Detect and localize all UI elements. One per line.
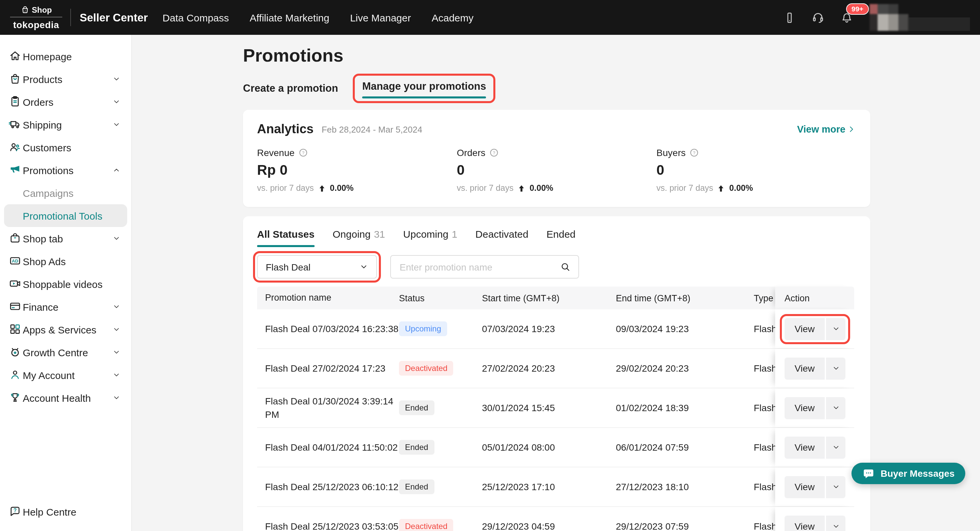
sidebar-item-promotions[interactable]: Promotions: [4, 159, 127, 182]
view-button[interactable]: View: [784, 436, 825, 458]
metric-revenue-value: Rp 0: [257, 162, 457, 178]
tab-manage-promotions[interactable]: Manage your promotions: [362, 80, 486, 92]
sidebar-item-shoppable-videos[interactable]: Shoppable videos: [4, 273, 127, 295]
sidebar-item-growth-centre[interactable]: Growth Centre: [4, 341, 127, 364]
tab-create-promotion[interactable]: Create a promotion: [243, 82, 338, 94]
sidebar-item-products[interactable]: Products: [4, 68, 127, 90]
chevron-right-icon: [847, 124, 856, 134]
chevron-down-icon: [113, 325, 121, 333]
sidebar-item-homepage[interactable]: Homepage: [4, 45, 127, 68]
buyer-messages-button[interactable]: Buyer Messages: [852, 463, 965, 484]
promotions-panel: All Statuses Ongoing31 Upcoming1 Deactiv…: [243, 216, 870, 531]
chevron-down-icon: [360, 263, 368, 271]
status-tab-upcoming[interactable]: Upcoming1: [403, 228, 458, 247]
row-actions-caret-button[interactable]: [826, 436, 845, 458]
chevron-down-icon: [832, 325, 840, 333]
sidebar-item-promotional-tools[interactable]: Promotional Tools: [4, 204, 127, 227]
nav-live-manager[interactable]: Live Manager: [350, 12, 411, 23]
chevron-down-icon: [832, 443, 840, 451]
view-button[interactable]: View: [784, 515, 825, 531]
question-circle-icon[interactable]: ?: [489, 148, 499, 157]
view-button[interactable]: View: [784, 357, 825, 380]
metric-buyers-value: 0: [656, 162, 856, 178]
person-icon: [9, 368, 21, 381]
status-tab-ended[interactable]: Ended: [547, 228, 576, 247]
status-tab-ongoing[interactable]: Ongoing31: [333, 228, 385, 247]
avatar[interactable]: [870, 4, 908, 31]
sidebar-item-finance[interactable]: Finance: [4, 295, 127, 318]
sidebar-item-shipping[interactable]: Shipping: [4, 113, 127, 136]
status-tab-all[interactable]: All Statuses: [257, 228, 315, 247]
chevron-down-icon: [113, 234, 121, 242]
chevron-down-icon: [113, 303, 121, 311]
chevron-down-icon: [113, 348, 121, 356]
headset-icon[interactable]: [811, 11, 825, 24]
view-button[interactable]: View: [784, 397, 825, 419]
status-badge: Ended: [399, 440, 434, 454]
table-row: Flash Deal 07/03/2024 16:23:38 Upcoming …: [257, 309, 854, 349]
row-actions-caret-button[interactable]: [826, 318, 845, 340]
sidebar-item-orders[interactable]: Orders: [4, 90, 127, 113]
row-actions-caret-button[interactable]: [826, 357, 845, 380]
promotions-table: Promotion name Status Start time (GMT+8)…: [257, 287, 854, 531]
metric-orders: Orders ? 0 vs. prior 7 days 0.00%: [457, 147, 657, 193]
mobile-icon[interactable]: [783, 11, 796, 24]
bag-icon: [9, 72, 21, 85]
table-header: Promotion name Status Start time (GMT+8)…: [257, 287, 854, 309]
status-badge: Deactivated: [399, 519, 453, 531]
logo-divider: [10, 16, 62, 17]
status-badge: Deactivated: [399, 361, 453, 376]
chevron-down-icon: [832, 404, 840, 412]
svg-text:?: ?: [693, 150, 695, 155]
promotion-type-dropdown[interactable]: Flash Deal: [257, 255, 377, 279]
search-input[interactable]: [398, 261, 560, 273]
chevron-down-icon: [113, 121, 121, 129]
sidebar-item-apps-services[interactable]: Apps & Services: [4, 318, 127, 341]
shop-bag-logo-icon: ♪: [21, 5, 29, 14]
grid-icon: [9, 323, 21, 335]
people-icon: [9, 140, 21, 153]
metric-orders-value: 0: [457, 162, 657, 178]
status-badge: Ended: [399, 480, 434, 494]
nav-academy[interactable]: Academy: [432, 12, 474, 23]
chevron-down-icon: [113, 98, 121, 106]
view-more-link[interactable]: View more: [797, 124, 856, 135]
chevron-down-icon: [113, 394, 121, 402]
shop-tokopedia-logo[interactable]: ♪ Shop tokopedia: [8, 5, 64, 30]
question-circle-icon[interactable]: ?: [689, 148, 699, 157]
home-icon: [9, 49, 21, 62]
row-actions-caret-button[interactable]: [826, 515, 845, 531]
status-tabs: All Statuses Ongoing31 Upcoming1 Deactiv…: [257, 228, 856, 247]
arrow-up-icon: [718, 185, 725, 192]
filter-row: Flash Deal: [257, 255, 856, 279]
sidebar-item-account-health[interactable]: Account Health: [4, 386, 127, 409]
svg-text:?: ?: [302, 150, 305, 155]
sidebar-item-campaigns[interactable]: Campaigns: [4, 182, 127, 204]
view-button[interactable]: View: [784, 476, 825, 498]
nav-data-compass[interactable]: Data Compass: [163, 12, 229, 23]
question-circle-icon[interactable]: ?: [299, 148, 308, 157]
ad-icon: AD: [9, 254, 21, 267]
search-icon[interactable]: [560, 261, 571, 273]
view-button[interactable]: View: [784, 318, 825, 340]
table-row: Flash Deal 25/12/2023 06:10:12 Ended 25/…: [257, 467, 854, 507]
seller-center-app: ♪ Shop tokopedia Seller Center Data Comp…: [0, 0, 980, 531]
row-actions-caret-button[interactable]: [826, 476, 845, 498]
notifications[interactable]: 99+: [840, 11, 853, 24]
shop-bag-icon: [9, 232, 21, 244]
sidebar-item-my-account[interactable]: My Account: [4, 364, 127, 386]
video-icon: [9, 277, 21, 290]
sidebar-item-shop-tab[interactable]: Shop tab: [4, 227, 127, 250]
help-bubble-icon: ?: [9, 505, 21, 518]
sidebar-item-help-centre[interactable]: ? Help Centre: [4, 500, 127, 523]
sidebar: Homepage Products Orders Shipping Custom…: [0, 35, 132, 531]
chevron-up-icon: [113, 166, 121, 174]
status-tab-deactivated[interactable]: Deactivated: [475, 228, 528, 247]
action-cell: View: [775, 428, 854, 467]
chevron-down-icon: [832, 364, 840, 372]
sidebar-item-customers[interactable]: Customers: [4, 136, 127, 159]
row-actions-caret-button[interactable]: [826, 397, 845, 419]
topbar-nav: Data Compass Affiliate Marketing Live Ma…: [163, 12, 474, 23]
sidebar-item-shop-ads[interactable]: AD Shop Ads: [4, 250, 127, 273]
nav-affiliate-marketing[interactable]: Affiliate Marketing: [250, 12, 329, 23]
